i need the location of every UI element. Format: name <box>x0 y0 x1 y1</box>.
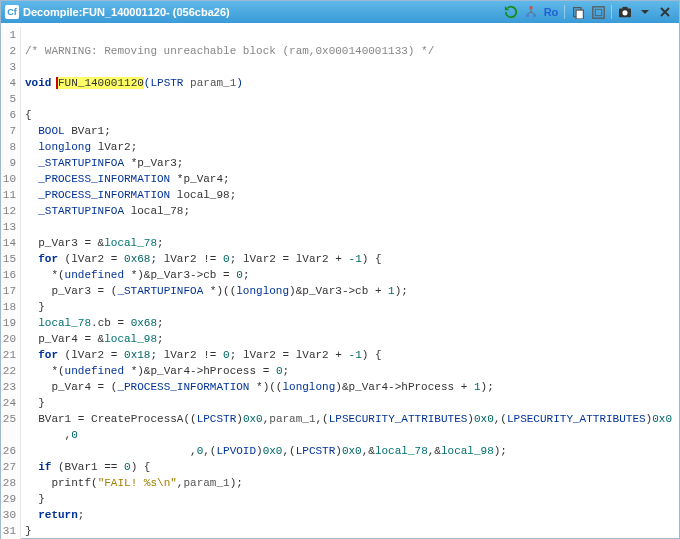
code-line: 31} <box>1 523 679 539</box>
code-line: 29 } <box>1 491 679 507</box>
dropdown-icon[interactable] <box>636 3 654 21</box>
refresh-icon[interactable] <box>502 3 520 21</box>
code-line: 12 _STARTUPINFOA local_78; <box>1 203 679 219</box>
code-line: 19 local_78.cb = 0x68; <box>1 315 679 331</box>
titlebar-prefix: Decompile: <box>23 6 82 18</box>
code-line: 10 _PROCESS_INFORMATION *p_Var4; <box>1 171 679 187</box>
code-area[interactable]: 1 2/* WARNING: Removing unreachable bloc… <box>1 23 679 539</box>
code-line: 25 BVar1 = CreateProcessA((LPCSTR)0x0,pa… <box>1 411 679 427</box>
code-line: 18 } <box>1 299 679 315</box>
close-icon[interactable] <box>656 3 674 21</box>
rename-option-button[interactable]: Ro <box>542 3 560 21</box>
code-line: 7 BOOL BVar1; <box>1 123 679 139</box>
code-line: 23 p_Var4 = (_PROCESS_INFORMATION *)((lo… <box>1 379 679 395</box>
toolbar-separator <box>564 5 565 19</box>
code-line: 6{ <box>1 107 679 123</box>
code-line: 28 printf("FAIL! %s\n",param_1); <box>1 475 679 491</box>
svg-rect-6 <box>595 9 602 16</box>
svg-point-2 <box>533 14 537 18</box>
code-line: 5 <box>1 91 679 107</box>
svg-rect-8 <box>622 7 627 10</box>
svg-rect-4 <box>576 10 583 19</box>
copy-icon[interactable] <box>569 3 587 21</box>
code-line: 14 p_Var3 = &local_78; <box>1 235 679 251</box>
code-line: 21 for (lVar2 = 0x18; lVar2 != 0; lVar2 … <box>1 347 679 363</box>
camera-icon[interactable] <box>616 3 634 21</box>
code-line: 24 } <box>1 395 679 411</box>
svg-point-0 <box>529 6 533 10</box>
code-line: 26 ,0,(LPVOID)0x0,(LPCSTR)0x0,&local_78,… <box>1 443 679 459</box>
svg-point-9 <box>622 10 627 15</box>
snapshot-icon[interactable] <box>589 3 607 21</box>
code-line: 30 return; <box>1 507 679 523</box>
code-line: 8 longlong lVar2; <box>1 139 679 155</box>
svg-point-1 <box>526 14 530 18</box>
code-line: 3 <box>1 59 679 75</box>
code-line: 4void FUN_140001120(LPSTR param_1) <box>1 75 679 91</box>
code-line: 2/* WARNING: Removing unreachable block … <box>1 43 679 59</box>
code-line: 1 <box>1 27 679 43</box>
code-line: 17 p_Var3 = (_STARTUPINFOA *)((longlong)… <box>1 283 679 299</box>
titlebar-function: FUN_140001120 <box>82 6 166 18</box>
code-line: 16 *(undefined *)&p_Var3->cb = 0; <box>1 267 679 283</box>
decompile-icon: Cf <box>5 5 19 19</box>
decompile-window: Cf Decompile: FUN_140001120 - (056cba26)… <box>0 0 680 539</box>
code-line: 9 _STARTUPINFOA *p_Var3; <box>1 155 679 171</box>
code-line: 27 if (BVar1 == 0) { <box>1 459 679 475</box>
code-line: 13 <box>1 219 679 235</box>
titlebar-hash: - (056cba26) <box>166 6 230 18</box>
code-line: 22 *(undefined *)&p_Var4->hProcess = 0; <box>1 363 679 379</box>
titlebar[interactable]: Cf Decompile: FUN_140001120 - (056cba26)… <box>1 1 679 23</box>
code-line: 11 _PROCESS_INFORMATION local_98; <box>1 187 679 203</box>
code-line: 20 p_Var4 = &local_98; <box>1 331 679 347</box>
code-line: ,0 <box>1 427 679 443</box>
tree-icon[interactable] <box>522 3 540 21</box>
code-line: 15 for (lVar2 = 0x68; lVar2 != 0; lVar2 … <box>1 251 679 267</box>
toolbar-separator <box>611 5 612 19</box>
svg-rect-5 <box>592 6 603 17</box>
